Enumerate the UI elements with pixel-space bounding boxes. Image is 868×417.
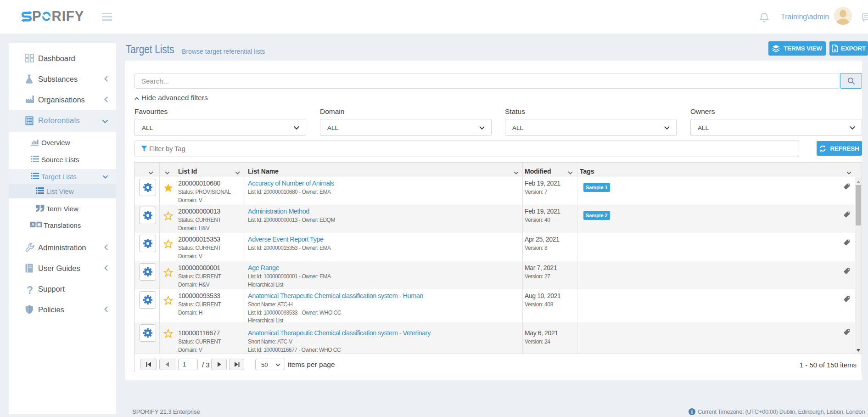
svg-text:✱: ✱: [37, 222, 41, 227]
svg-text:A: A: [31, 222, 34, 227]
svg-text:x: x: [834, 47, 836, 52]
